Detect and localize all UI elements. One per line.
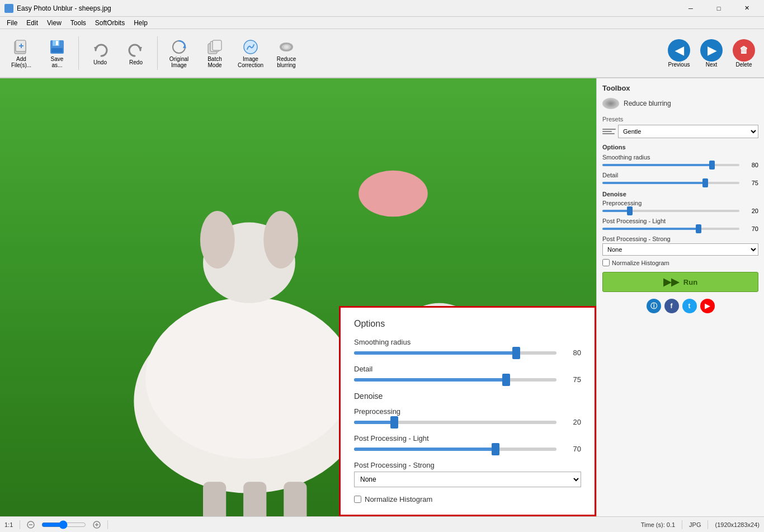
toolbox-options-label: Options	[602, 144, 758, 150]
toolbox-preprocessing-label: Preprocessing	[602, 200, 758, 206]
delete-button[interactable]: 🗑 Delete	[728, 37, 760, 70]
svg-point-18	[284, 45, 289, 49]
toolbox-detail-track[interactable]	[602, 182, 739, 184]
twitter-icon[interactable]: t	[682, 299, 697, 313]
info-icon[interactable]: ⓘ	[647, 299, 661, 313]
post-processing-light-track[interactable]	[354, 448, 557, 451]
toolbox-preprocessing-thumb[interactable]	[627, 206, 633, 215]
post-processing-strong-select[interactable]: None Low Medium High	[354, 472, 581, 487]
image-correction-button[interactable]: Image Correction	[234, 32, 267, 74]
window-controls: ─ □ ✕	[678, 1, 760, 16]
post-processing-light-thumb[interactable]	[492, 443, 499, 455]
toolbox-ppl-thumb[interactable]	[696, 224, 701, 233]
status-sep-2	[107, 520, 108, 529]
add-files-label: Add File(s)...	[11, 56, 31, 68]
menu-help[interactable]: Help	[129, 18, 152, 28]
zoom-out-icon	[27, 521, 35, 529]
smoothing-radius-fill	[354, 351, 516, 355]
smoothing-radius-label: Smoothing radius	[354, 338, 581, 346]
toolbox-normalize-checkbox[interactable]	[602, 259, 610, 266]
delete-icon: 🗑	[733, 39, 755, 62]
next-button[interactable]: ▶ Next	[696, 37, 727, 70]
previous-button[interactable]: ◀ Previous	[663, 37, 695, 70]
maximize-button[interactable]: □	[706, 1, 732, 16]
detail-track[interactable]	[354, 378, 557, 382]
dimensions-label: (1920x1283x24)	[715, 521, 760, 528]
add-files-icon	[12, 38, 30, 56]
add-files-button[interactable]: Add File(s)...	[4, 32, 38, 74]
previous-label: Previous	[668, 62, 690, 68]
toolbox-ppl-value: 70	[743, 225, 758, 232]
toolbox-detail-row: 75	[602, 180, 758, 186]
toolbox-ppl-fill	[602, 228, 699, 230]
image-canvas: Options Smoothing radius 80 Detail	[0, 78, 596, 516]
delete-label: Delete	[736, 62, 752, 68]
toolbox-smoothing-radius-track[interactable]	[602, 164, 739, 166]
run-button[interactable]: ▶▶ Run	[602, 272, 758, 292]
preprocessing-track[interactable]	[354, 421, 557, 424]
title-bar: Easy Photo Unblur - sheeps.jpg ─ □ ✕	[0, 0, 764, 17]
denoise-section: Denoise Preprocessing 20	[354, 392, 581, 503]
batch-mode-label: Batch Mode	[207, 56, 222, 68]
normalize-histogram-label[interactable]: Normalize Histogram	[365, 495, 432, 503]
toolbox-normalize-label[interactable]: Normalize Histogram	[612, 260, 669, 266]
image-correction-icon	[242, 38, 260, 56]
redo-button[interactable]: Redo	[119, 32, 153, 74]
smoothing-radius-value: 80	[561, 349, 581, 357]
post-processing-light-row: Post Processing - Light 70	[354, 434, 581, 453]
menu-file[interactable]: File	[2, 18, 22, 28]
toolbox-preprocessing-section: Preprocessing 20	[602, 200, 758, 214]
run-label: Run	[683, 278, 697, 286]
batch-mode-button[interactable]: Batch Mode	[198, 32, 232, 74]
menu-softorbits[interactable]: SoftOrbits	[91, 18, 129, 28]
original-image-button[interactable]: Original Image	[162, 32, 196, 74]
denoise-title: Denoise	[354, 392, 581, 401]
detail-thumb[interactable]	[502, 374, 510, 386]
facebook-icon[interactable]: f	[664, 299, 679, 313]
svg-marker-8	[94, 47, 98, 51]
toolbox-ppl-track[interactable]	[602, 228, 739, 230]
toolbox-detail-thumb[interactable]	[702, 178, 708, 187]
toolbox-pps-label: Post Processing - Strong	[602, 236, 758, 242]
toolbox-smoothing-radius-value: 80	[743, 162, 758, 168]
toolbox-ppl-row: 70	[602, 225, 758, 232]
toolbox-preprocessing-track[interactable]	[602, 210, 739, 212]
svg-rect-26	[203, 482, 226, 516]
toolbox-smoothing-radius-fill	[602, 164, 712, 166]
preprocessing-thumb[interactable]	[390, 416, 398, 429]
smoothing-radius-row: Smoothing radius 80	[354, 338, 581, 357]
reduce-blurring-icon	[277, 38, 295, 56]
preprocessing-container: 20	[354, 418, 581, 426]
zoom-label: 1:1	[4, 521, 13, 528]
smoothing-radius-thumb[interactable]	[512, 347, 520, 359]
zoom-slider[interactable]	[41, 520, 86, 529]
reduce-blurring-label: Reduce blurring	[277, 56, 296, 68]
save-as-button[interactable]: Save as...	[40, 32, 74, 74]
toolbox-pps-select[interactable]: None Low Medium High	[602, 243, 758, 256]
menu-edit[interactable]: Edit	[22, 18, 43, 28]
toolbox-presets-select[interactable]: Gentle Normal Strong	[618, 125, 758, 138]
post-processing-light-value: 70	[561, 445, 581, 453]
menu-view[interactable]: View	[43, 18, 66, 28]
smoothing-radius-track[interactable]	[354, 351, 557, 355]
toolbox-preprocessing-fill	[602, 210, 630, 212]
undo-button[interactable]: Undo	[83, 32, 117, 74]
original-image-label: Original Image	[169, 56, 188, 68]
reduce-blurring-button[interactable]: Reduce blurring	[270, 32, 303, 74]
toolbox-detail-label: Detail	[602, 172, 758, 178]
save-icon	[48, 38, 66, 56]
menu-tools[interactable]: Tools	[66, 18, 91, 28]
toolbox-smoothing-radius-label: Smoothing radius	[602, 154, 758, 161]
youtube-icon[interactable]: ▶	[700, 299, 715, 313]
svg-rect-7	[51, 48, 63, 53]
format-label: JPG	[689, 521, 701, 528]
minimize-button[interactable]: ─	[678, 1, 704, 16]
svg-point-22	[145, 298, 353, 459]
toolbox-smoothing-radius-thumb[interactable]	[709, 161, 715, 170]
toolbox-reduce-label: Reduce blurring	[624, 100, 671, 107]
close-button[interactable]: ✕	[734, 1, 760, 16]
post-processing-light-fill	[354, 448, 496, 451]
normalize-histogram-checkbox[interactable]	[354, 496, 361, 503]
svg-rect-27	[243, 482, 266, 516]
separator-2	[157, 36, 158, 70]
